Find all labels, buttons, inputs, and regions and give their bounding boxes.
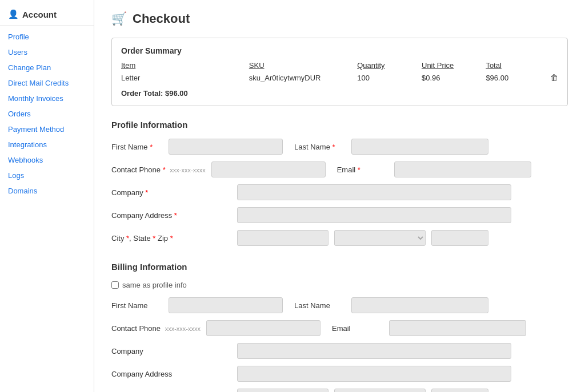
order-summary: Order Summary Item SKU Quantity Unit Pri… <box>111 38 568 106</box>
order-summary-heading: Order Summary <box>121 46 558 55</box>
page-title: 🛒 Checkout <box>111 11 568 26</box>
profile-company-address-label: Company Address * <box>111 211 231 220</box>
order-table: Item SKU Quantity Unit Price Total Lette… <box>121 61 558 83</box>
account-icon: 👤 <box>8 9 19 19</box>
billing-email-label: Email <box>332 324 383 333</box>
profile-company-input[interactable] <box>237 184 511 200</box>
profile-email-label: Email * <box>337 165 388 174</box>
profile-phone-input[interactable] <box>211 161 326 177</box>
billing-name-fields: First Name Last Name <box>111 297 488 313</box>
billing-company-address-row: Company Address <box>111 366 568 382</box>
sidebar-item-domains[interactable]: Domains <box>0 183 94 199</box>
profile-state-select[interactable] <box>334 230 426 246</box>
delete-row-button[interactable]: 🗑 <box>550 73 558 82</box>
billing-first-name-group: First Name <box>111 297 283 313</box>
billing-company-address-label: Company Address <box>111 370 231 378</box>
profile-last-name-label: Last Name * <box>294 143 346 151</box>
profile-email-input[interactable] <box>394 161 531 177</box>
row-quantity: 100 <box>357 72 422 83</box>
billing-state-select[interactable] <box>334 389 426 392</box>
billing-city-input[interactable] <box>237 389 328 392</box>
profile-phone-email-row: Contact Phone * xxx-xxx-xxxx Email * <box>111 161 568 177</box>
billing-phone-input[interactable] <box>206 320 320 336</box>
cart-icon: 🛒 <box>111 11 127 26</box>
same-as-profile-checkbox[interactable] <box>111 281 119 289</box>
billing-company-label: Company <box>111 347 231 355</box>
table-row: Letter sku_Ar0ticytwmyDUR 100 $0.96 $96.… <box>121 72 558 83</box>
sidebar-item-logs[interactable]: Logs <box>0 168 94 183</box>
billing-email-input[interactable] <box>389 320 526 336</box>
order-total: Order Total: $96.00 <box>121 89 558 98</box>
col-header-quantity: Quantity <box>357 61 422 72</box>
billing-company-address-input[interactable] <box>237 366 511 382</box>
billing-name-row: First Name Last Name <box>111 297 568 313</box>
row-total: $96.00 <box>486 72 550 83</box>
sidebar-item-monthly-invoices[interactable]: Monthly Invoices <box>0 91 94 106</box>
profile-company-label: Company * <box>111 188 231 197</box>
sidebar-item-orders[interactable]: Orders <box>0 106 94 122</box>
billing-phone-label: Contact Phone xxx-xxx-xxxx <box>111 324 201 333</box>
col-header-unit-price: Unit Price <box>422 61 486 72</box>
billing-first-name-input[interactable] <box>169 297 283 313</box>
billing-last-name-input[interactable] <box>351 297 488 313</box>
billing-email-group: Email <box>332 320 526 336</box>
sidebar-item-profile[interactable]: Profile <box>0 29 94 45</box>
sidebar-title: Account <box>22 10 57 19</box>
sidebar: 👤 Account Profile Users Change Plan Dire… <box>0 0 94 392</box>
billing-section-title: Billing Information <box>111 262 568 272</box>
sidebar-item-integrations[interactable]: Integrations <box>0 137 94 152</box>
sidebar-header: 👤 Account <box>0 6 94 26</box>
same-as-profile-label: same as profile info <box>122 281 187 289</box>
col-header-sku: SKU <box>249 61 357 72</box>
first-name-required: * <box>150 143 153 151</box>
row-item: Letter <box>121 72 249 83</box>
profile-company-address-input[interactable] <box>237 207 511 223</box>
profile-email-group: Email * <box>337 161 531 177</box>
row-sku: sku_Ar0ticytwmyDUR <box>249 72 357 83</box>
billing-company-row: Company <box>111 343 568 359</box>
profile-company-address-row: Company Address * <box>111 207 568 223</box>
sidebar-item-change-plan[interactable]: Change Plan <box>0 60 94 75</box>
main-content: 🛒 Checkout Order Summary Item SKU Quanti… <box>94 0 585 392</box>
sidebar-item-users[interactable]: Users <box>0 45 94 60</box>
profile-last-name-group: Last Name * <box>294 139 488 155</box>
profile-zip-input[interactable] <box>431 230 488 246</box>
profile-phone-label: Contact Phone * xxx-xxx-xxxx <box>111 165 206 174</box>
billing-phone-email-row: Contact Phone xxx-xxx-xxxx Email <box>111 320 568 336</box>
billing-phone-email-fields: Contact Phone xxx-xxx-xxxx Email <box>111 320 526 336</box>
billing-last-name-label: Last Name <box>294 301 346 310</box>
sidebar-item-direct-mail-credits[interactable]: Direct Mail Credits <box>0 75 94 91</box>
profile-first-name-group: First Name * <box>111 139 283 155</box>
sidebar-nav: Profile Users Change Plan Direct Mail Cr… <box>0 26 94 202</box>
same-as-profile-row: same as profile info <box>111 281 568 289</box>
profile-city-state-zip-label: City *, State * Zip * <box>111 234 231 243</box>
profile-first-name-label: First Name * <box>111 143 163 151</box>
sidebar-item-webhooks[interactable]: Webhooks <box>0 152 94 168</box>
profile-phone-group: Contact Phone * xxx-xxx-xxxx <box>111 161 326 177</box>
billing-first-name-label: First Name <box>111 301 163 310</box>
row-unit-price: $0.96 <box>422 72 486 83</box>
col-header-item: Item <box>121 61 249 72</box>
profile-name-fields: First Name * Last Name * <box>111 139 488 155</box>
profile-section: Profile Information First Name * Last Na… <box>111 120 568 246</box>
profile-first-name-input[interactable] <box>169 139 283 155</box>
profile-company-row: Company * <box>111 184 568 200</box>
sidebar-item-payment-method[interactable]: Payment Method <box>0 122 94 137</box>
billing-city-state-zip-row: City, State Zip <box>111 389 568 392</box>
last-name-required: * <box>332 143 335 151</box>
billing-phone-group: Contact Phone xxx-xxx-xxxx <box>111 320 320 336</box>
profile-name-row: First Name * Last Name * <box>111 139 568 155</box>
billing-company-input[interactable] <box>237 343 511 359</box>
profile-city-input[interactable] <box>237 230 328 246</box>
col-header-total: Total <box>486 61 550 72</box>
profile-city-state-zip-row: City *, State * Zip * <box>111 230 568 246</box>
profile-last-name-input[interactable] <box>351 139 488 155</box>
billing-last-name-group: Last Name <box>294 297 488 313</box>
billing-zip-input[interactable] <box>431 389 488 392</box>
billing-section: Billing Information same as profile info… <box>111 262 568 392</box>
profile-phone-email-fields: Contact Phone * xxx-xxx-xxxx Email * <box>111 161 531 177</box>
profile-section-title: Profile Information <box>111 120 568 130</box>
